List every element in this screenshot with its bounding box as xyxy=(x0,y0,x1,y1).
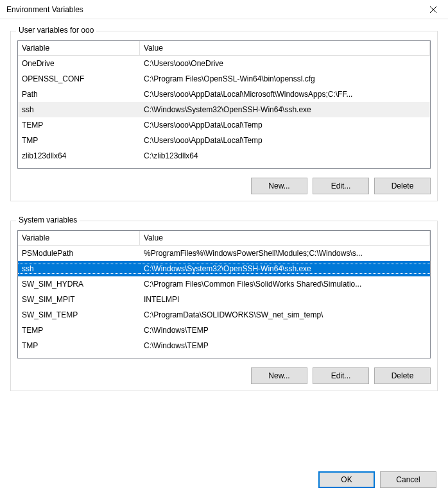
column-header-variable[interactable]: Variable xyxy=(18,231,140,245)
dialog-content: User variables for ooo Variable Value On… xyxy=(0,19,448,417)
close-icon xyxy=(430,6,436,13)
system-variables-list[interactable]: Variable Value PSModulePath%ProgramFiles… xyxy=(17,230,431,358)
cell-variable: TEMP xyxy=(18,121,140,130)
titlebar: Environment Variables xyxy=(0,0,448,19)
close-button[interactable] xyxy=(418,0,448,19)
table-row[interactable]: PathC:\Users\ooo\AppData\Local\Microsoft… xyxy=(18,87,430,102)
user-new-button[interactable]: New... xyxy=(251,178,307,194)
table-row[interactable]: TEMPC:\Windows\TEMP xyxy=(18,323,430,338)
system-list-header: Variable Value xyxy=(18,231,430,246)
cell-value: C:\Program Files\Common Files\SolidWorks… xyxy=(140,280,430,289)
cell-variable: USERNAME xyxy=(18,357,140,358)
cell-variable: TMP xyxy=(18,341,140,350)
table-row[interactable]: zlib123dllx64C:\zlib123dllx64 xyxy=(18,148,430,164)
user-list-header: Variable Value xyxy=(18,41,430,56)
cell-variable: SW_SIM_MPIT xyxy=(18,295,140,304)
table-row[interactable]: sshC:\Windows\System32\OpenSSH-Win64\ssh… xyxy=(18,102,430,117)
cell-value: C:\Users\ooo\OneDrive xyxy=(140,59,430,68)
cell-variable: TMP xyxy=(18,136,140,145)
cell-value: C:\Windows\TEMP xyxy=(140,326,430,335)
cell-variable: SW_SIM_HYDRA xyxy=(18,280,140,289)
cell-value: C:\Users\ooo\AppData\Local\Microsoft\Win… xyxy=(140,90,430,99)
system-edit-button[interactable]: Edit... xyxy=(313,367,369,384)
system-button-row: New... Edit... Delete xyxy=(17,367,431,384)
table-row[interactable]: SW_SIM_MPITINTELMPI xyxy=(18,292,430,307)
column-header-value[interactable]: Value xyxy=(140,41,430,55)
table-row[interactable]: TMPC:\Users\ooo\AppData\Local\Temp xyxy=(18,133,430,148)
user-variables-label: User variables for ooo xyxy=(16,26,96,35)
cell-variable: zlib123dllx64 xyxy=(18,151,140,160)
table-row[interactable]: PSModulePath%ProgramFiles%\WindowsPowerS… xyxy=(18,246,430,261)
ok-button[interactable]: OK xyxy=(318,471,375,488)
system-new-button[interactable]: New... xyxy=(251,367,307,384)
system-variables-group: System variables Variable Value PSModule… xyxy=(10,221,438,391)
table-row[interactable]: SW_SIM_TEMPC:\ProgramData\SOLIDWORKS\SW_… xyxy=(18,307,430,323)
window-title: Environment Variables xyxy=(6,5,83,14)
user-button-row: New... Edit... Delete xyxy=(17,178,431,194)
cell-variable: OPENSSL_CONF xyxy=(18,74,140,83)
cell-variable: OneDrive xyxy=(18,59,140,68)
table-row[interactable]: USERNAMESYSTEM xyxy=(18,353,430,358)
table-row[interactable]: TMPC:\Windows\TEMP xyxy=(18,338,430,353)
cell-value: C:\Program Files\OpenSSL-Win64\bin\opens… xyxy=(140,74,430,83)
cell-value: C:\Windows\System32\OpenSSH-Win64\ssh.ex… xyxy=(140,264,430,274)
system-delete-button[interactable]: Delete xyxy=(374,367,431,384)
table-row[interactable]: OPENSSL_CONFC:\Program Files\OpenSSL-Win… xyxy=(18,71,430,87)
cancel-button[interactable]: Cancel xyxy=(380,471,436,488)
cell-variable: ssh xyxy=(18,105,140,114)
user-variables-list[interactable]: Variable Value OneDriveC:\Users\ooo\OneD… xyxy=(17,40,431,169)
cell-value: C:\zlib123dllx64 xyxy=(140,151,430,160)
table-row[interactable]: SW_SIM_HYDRAC:\Program Files\Common File… xyxy=(18,276,430,292)
cell-variable: SW_SIM_TEMP xyxy=(18,310,140,319)
dialog-button-row: OK Cancel xyxy=(0,471,448,497)
table-row[interactable]: OneDriveC:\Users\ooo\OneDrive xyxy=(18,56,430,71)
column-header-value[interactable]: Value xyxy=(140,231,430,245)
cell-value: C:\Windows\System32\OpenSSH-Win64\ssh.ex… xyxy=(140,105,430,114)
table-row[interactable]: TEMPC:\Users\ooo\AppData\Local\Temp xyxy=(18,117,430,133)
system-variables-label: System variables xyxy=(16,215,80,224)
cell-variable: ssh xyxy=(18,264,140,274)
table-row[interactable]: sshC:\Windows\System32\OpenSSH-Win64\ssh… xyxy=(18,261,430,276)
column-header-variable[interactable]: Variable xyxy=(18,41,140,55)
cell-value: SYSTEM xyxy=(140,357,430,358)
cell-value: C:\Windows\TEMP xyxy=(140,341,430,350)
cell-variable: Path xyxy=(18,90,140,99)
user-variables-group: User variables for ooo Variable Value On… xyxy=(10,31,438,201)
user-edit-button[interactable]: Edit... xyxy=(313,178,369,194)
cell-value: C:\Users\ooo\AppData\Local\Temp xyxy=(140,121,430,130)
cell-variable: PSModulePath xyxy=(18,249,140,258)
user-delete-button[interactable]: Delete xyxy=(374,178,431,194)
cell-value: %ProgramFiles%\WindowsPowerShell\Modules… xyxy=(140,249,430,258)
cell-value: C:\Users\ooo\AppData\Local\Temp xyxy=(140,136,430,145)
cell-value: INTELMPI xyxy=(140,295,430,304)
cell-variable: TEMP xyxy=(18,326,140,335)
cell-value: C:\ProgramData\SOLIDWORKS\SW_net_sim_tem… xyxy=(140,310,430,319)
